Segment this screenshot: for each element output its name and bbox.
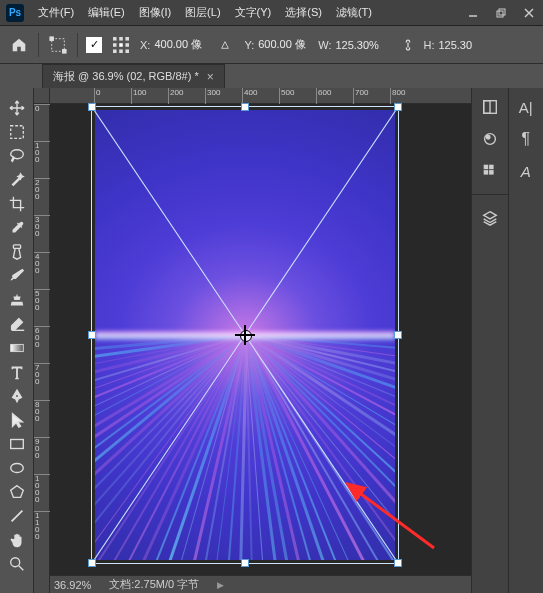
crop-tool[interactable] [3,192,31,216]
main-menu: 文件(F) 编辑(E) 图像(I) 图层(L) 文字(Y) 选择(S) 滤镜(T… [32,1,378,24]
window-controls [459,0,543,26]
layers-icon[interactable] [477,205,503,231]
line-tool[interactable] [3,504,31,528]
x-input[interactable] [154,39,206,51]
pen-tool[interactable] [3,384,31,408]
hand-tool[interactable] [3,528,31,552]
path-selection-tool[interactable] [3,408,31,432]
ruler-tick: 300 [205,88,220,104]
ellipse-tool[interactable] [3,456,31,480]
move-tool[interactable] [3,96,31,120]
svg-rect-35 [489,165,494,170]
w-label: W: [318,39,331,51]
magic-wand-tool[interactable] [3,168,31,192]
y-input[interactable] [258,39,310,51]
glyphs-icon[interactable]: A [513,158,539,184]
menu-type[interactable]: 文字(Y) [229,1,278,24]
zoom-tool[interactable] [3,552,31,576]
menu-image[interactable]: 图像(I) [133,1,177,24]
ruler-origin[interactable] [34,88,50,104]
ruler-tick: 9 0 0 [34,437,50,459]
panel-col-b: A| ¶ A [508,88,544,593]
transform-handle-mr[interactable] [394,331,402,339]
reference-point-icon[interactable] [110,34,132,56]
h-label: H: [423,39,434,51]
svg-rect-2 [499,9,505,15]
w-input[interactable] [335,39,393,51]
transform-handle-bm[interactable] [241,559,249,567]
polygon-tool[interactable] [3,480,31,504]
x-field: X: [140,39,206,51]
healing-brush-tool[interactable] [3,240,31,264]
transform-handle-tr[interactable] [394,103,402,111]
titlebar: Ps 文件(F) 编辑(E) 图像(I) 图层(L) 文字(Y) 选择(S) 滤… [0,0,543,26]
menu-select[interactable]: 选择(S) [279,1,328,24]
transform-handle-br[interactable] [394,559,402,567]
library-icon[interactable] [477,94,503,120]
ruler-tick: 0 [94,88,100,104]
menu-layer[interactable]: 图层(L) [179,1,226,24]
paragraph-icon[interactable]: ¶ [513,126,539,152]
color-icon[interactable] [477,126,503,152]
lasso-tool[interactable] [3,144,31,168]
menu-edit[interactable]: 编辑(E) [82,1,131,24]
marquee-tool[interactable] [3,120,31,144]
document-tab[interactable]: 海报 @ 36.9% (02, RGB/8#) * × [42,64,225,88]
ruler-tick: 6 0 0 [34,326,50,348]
svg-rect-19 [10,344,23,351]
clone-stamp-tool[interactable] [3,288,31,312]
window-close[interactable] [515,0,543,26]
type-tool[interactable] [3,360,31,384]
ruler-tick: 1 0 0 0 [34,474,50,503]
canvas-area: 0 100 200 300 400 500 600 700 800 01 0 0… [34,88,471,593]
ruler-tick: 800 [390,88,405,104]
h-input[interactable] [438,39,496,51]
document-tabs: 海报 @ 36.9% (02, RGB/8#) * × [0,64,543,88]
window-restore[interactable] [487,0,515,26]
ruler-tick: 1 1 0 0 [34,511,50,540]
svg-rect-34 [483,165,488,170]
transform-handle-bl[interactable] [88,559,96,567]
brush-tool[interactable] [3,264,31,288]
link-icon[interactable] [401,34,415,56]
close-icon[interactable]: × [207,70,214,84]
panel-col-a [472,88,508,593]
svg-rect-13 [125,43,129,47]
x-label: X: [140,39,150,51]
svg-rect-21 [10,440,23,449]
workspace: 0 100 200 300 400 500 600 700 800 01 0 0… [0,88,543,593]
svg-line-26 [18,566,23,571]
gradient-tool[interactable] [3,336,31,360]
checkbox-option[interactable]: ✓ [86,37,102,53]
zoom-level[interactable]: 36.92% [54,579,91,591]
ruler-horizontal[interactable]: 0 100 200 300 400 500 600 700 800 [50,88,471,104]
svg-rect-10 [125,37,129,41]
home-icon[interactable] [8,34,30,56]
ruler-tick: 4 0 0 [34,252,50,274]
svg-rect-9 [119,37,123,41]
window-minimize[interactable] [459,0,487,26]
app-logo: Ps [6,4,24,22]
menu-file[interactable]: 文件(F) [32,1,80,24]
chevron-right-icon[interactable]: ▶ [217,580,224,590]
ruler-tick: 5 0 0 [34,289,50,311]
ruler-tick: 0 [34,104,50,112]
ruler-vertical[interactable]: 01 0 02 0 03 0 04 0 05 0 06 0 07 0 08 0 … [34,104,50,593]
character-icon[interactable]: A| [513,94,539,120]
svg-rect-1 [497,11,503,17]
ruler-tick: 1 0 0 [34,141,50,163]
rectangle-tool[interactable] [3,432,31,456]
canvas-viewport[interactable] [50,104,471,575]
eyedropper-tool[interactable] [3,216,31,240]
ruler-tick: 2 0 0 [34,178,50,200]
menu-filter[interactable]: 滤镜(T) [330,1,378,24]
transform-tool-icon[interactable] [47,34,69,56]
svg-rect-11 [113,43,117,47]
document-info[interactable]: 文档:2.75M/0 字节 [109,577,199,592]
swatches-icon[interactable] [477,158,503,184]
delta-icon[interactable] [214,34,236,56]
document-tab-title: 海报 @ 36.9% (02, RGB/8#) * [53,69,199,84]
svg-rect-7 [63,49,67,53]
y-label: Y: [244,39,254,51]
eraser-tool[interactable] [3,312,31,336]
